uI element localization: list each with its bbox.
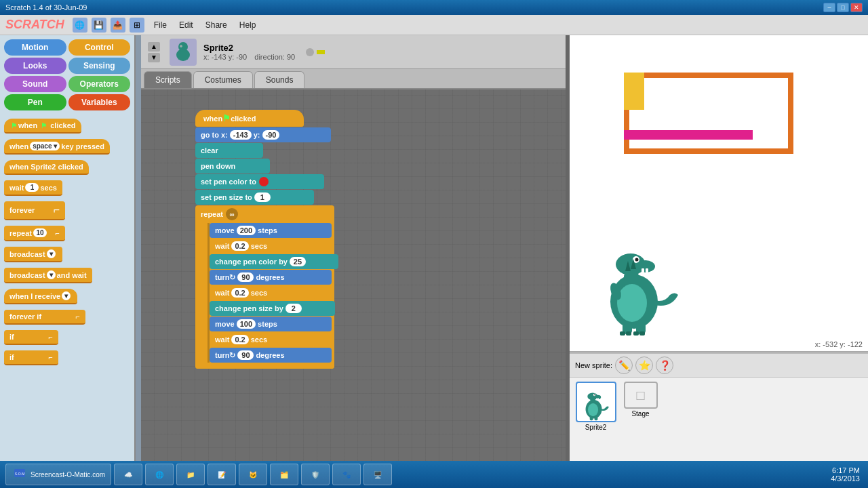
category-control[interactable]: Control [68, 39, 131, 56]
svg-rect-32 [594, 416, 597, 420]
category-looks[interactable]: Looks [4, 58, 66, 74]
category-operators[interactable]: Operators [68, 76, 131, 92]
block-turn-2[interactable]: turn ↻ 90 degrees [210, 348, 332, 363]
info-icon[interactable]: ⊞ [130, 18, 144, 33]
block-hat-clicked[interactable]: when ⚑ clicked [195, 110, 304, 127]
block-turn-1[interactable]: turn ↻ 90 degrees [210, 270, 332, 285]
close-button[interactable]: ✕ [850, 3, 863, 12]
svg-point-27 [594, 394, 595, 395]
category-variables[interactable]: Variables [68, 94, 131, 110]
taskbar-weather[interactable]: ☁️ [114, 464, 142, 485]
minimize-button[interactable]: – [823, 3, 835, 12]
script-group: when ⚑ clicked go to x: -143 y: -90 clea… [195, 110, 334, 369]
sprite-item-stage[interactable]: □ Stage [622, 382, 659, 431]
tab-scripts[interactable]: Scripts [144, 71, 192, 88]
block-wait-3[interactable]: wait 0.2 secs [210, 332, 315, 347]
menu-file[interactable]: File [149, 18, 172, 32]
title-text: Scratch 1.4 of 30-Jun-09 [5, 3, 87, 12]
block-clear[interactable]: clear [195, 143, 263, 158]
pen-color-dot[interactable] [259, 177, 269, 186]
taskbar-scratch[interactable]: 🐾 [332, 464, 361, 485]
sprites-list: Sprite2 □ Stage [570, 378, 868, 435]
taskbar-vnc[interactable]: 🖥️ [363, 464, 392, 485]
star-sprite-button[interactable]: ⭐ [635, 357, 653, 374]
stage-canvas [570, 35, 868, 351]
block-if2[interactable]: if ⌐ [4, 350, 130, 367]
sprite-item-sprite2[interactable]: Sprite2 [574, 382, 618, 431]
paint-sprite-button[interactable]: ✏️ [615, 357, 633, 374]
new-sprite-buttons: ✏️ ⭐ ❓ [612, 357, 676, 374]
sprite-dino [597, 227, 685, 338]
scratch-logo: SCRATCH [5, 18, 64, 32]
svg-point-3 [180, 45, 181, 46]
taskbar-explorer[interactable]: 📁 [176, 464, 205, 485]
globe-icon[interactable]: 🌐 [73, 18, 87, 33]
block-wait[interactable]: wait 1 secs [4, 180, 130, 197]
tab-sounds[interactable]: Sounds [254, 71, 305, 88]
taskbar-screencast[interactable]: S-O-M Screencast-O-Matic.com [5, 464, 111, 485]
block-wait-1[interactable]: wait 0.2 secs [210, 239, 315, 253]
block-when-key[interactable]: when space ▾ key pressed [4, 139, 130, 156]
svg-rect-11 [646, 268, 648, 272]
block-repeat-header[interactable]: repeat ∞ [195, 205, 334, 223]
menu-share[interactable]: Share [200, 18, 233, 32]
block-move-100[interactable]: move 100 steps [210, 317, 332, 331]
block-when-clicked[interactable]: ⚑ when ⚑ clicked [4, 119, 130, 135]
stage-area[interactable]: ↖ ⊕ ⊖ ⛶ ⚑ ⬛ [570, 35, 868, 352]
menu-help[interactable]: Help [234, 18, 262, 32]
svg-point-12 [617, 284, 647, 322]
titlebar: Scratch 1.4 of 30-Jun-09 – □ ✕ [0, 0, 868, 15]
color-indicator [306, 48, 314, 56]
blocks-list: ⚑ when ⚑ clicked when space ▾ key presse… [0, 115, 134, 461]
nav-up-button[interactable]: ▲ [148, 42, 160, 52]
screencast-label: Screencast-O-Matic.com [31, 471, 105, 479]
maximize-button[interactable]: □ [837, 3, 849, 12]
taskbar-shield[interactable]: 🛡️ [301, 464, 330, 485]
block-move-200[interactable]: move 200 steps [210, 223, 332, 238]
menu-edit[interactable]: Edit [174, 18, 199, 32]
category-sensing[interactable]: Sensing [68, 58, 131, 74]
taskbar-ie[interactable]: 🌐 [145, 464, 174, 485]
taskbar-scratch-cat[interactable]: 🐱 [239, 464, 267, 485]
sprites-header: New sprite: ✏️ ⭐ ❓ [570, 354, 868, 378]
svg-rect-29 [597, 397, 598, 399]
block-when-receive[interactable]: when I receive ▾ [4, 289, 130, 306]
category-sound[interactable]: Sound [4, 76, 66, 92]
nav-down-button[interactable]: ▼ [148, 53, 160, 62]
svg-point-9 [635, 258, 639, 262]
category-motion[interactable]: Motion [4, 39, 66, 56]
block-broadcast-wait[interactable]: broadcast ▾ and wait [4, 268, 130, 285]
taskbar-notepad[interactable]: 📝 [208, 464, 236, 485]
menubar: SCRATCH 🌐 💾 📤 ⊞ File Edit Share Help [0, 15, 868, 35]
taskbar-files[interactable]: 🗂️ [270, 464, 298, 485]
block-change-pen-color[interactable]: change pen color by 25 [210, 254, 338, 269]
sprite-name: Sprite2 [203, 43, 295, 53]
weather-icon: ☁️ [120, 466, 136, 483]
random-sprite-button[interactable]: ❓ [656, 357, 673, 374]
svg-text:S-O-M: S-O-M [15, 472, 25, 476]
share-icon[interactable]: 📤 [111, 18, 125, 33]
block-forever-if[interactable]: forever if ⌐ [4, 310, 130, 326]
panel-divider[interactable] [136, 35, 141, 461]
new-sprite-label: New sprite: [575, 361, 612, 369]
block-if[interactable]: if ⌐ [4, 330, 130, 346]
tab-costumes[interactable]: Costumes [193, 71, 253, 88]
stage-drawing-magenta-line [624, 130, 753, 140]
block-broadcast[interactable]: broadcast ▾ [4, 247, 130, 264]
files-icon: 🗂️ [276, 466, 292, 483]
category-pen[interactable]: Pen [4, 94, 66, 110]
block-when-sprite[interactable]: when Sprite2 clicked [4, 160, 130, 176]
scratch-cat-icon: 🐱 [245, 466, 261, 483]
block-goto[interactable]: go to x: -143 y: -90 [195, 127, 331, 142]
block-pen-down[interactable]: pen down [195, 159, 270, 174]
svg-rect-17 [626, 331, 631, 336]
block-repeat[interactable]: repeat 10 ⌐ [4, 226, 130, 243]
save-icon[interactable]: 💾 [92, 18, 106, 33]
block-set-pen-color[interactable]: set pen color to [195, 174, 324, 189]
stage-thumbnail: □ [624, 382, 658, 409]
scripts-canvas[interactable]: when ⚑ clicked go to x: -143 y: -90 clea… [141, 89, 566, 461]
block-forever[interactable]: forever ⌐ [4, 201, 130, 222]
block-wait-2[interactable]: wait 0.2 secs [210, 285, 315, 300]
block-set-pen-size[interactable]: set pen size to 1 [195, 190, 314, 205]
block-change-pen-size[interactable]: change pen size by 2 [210, 301, 335, 316]
